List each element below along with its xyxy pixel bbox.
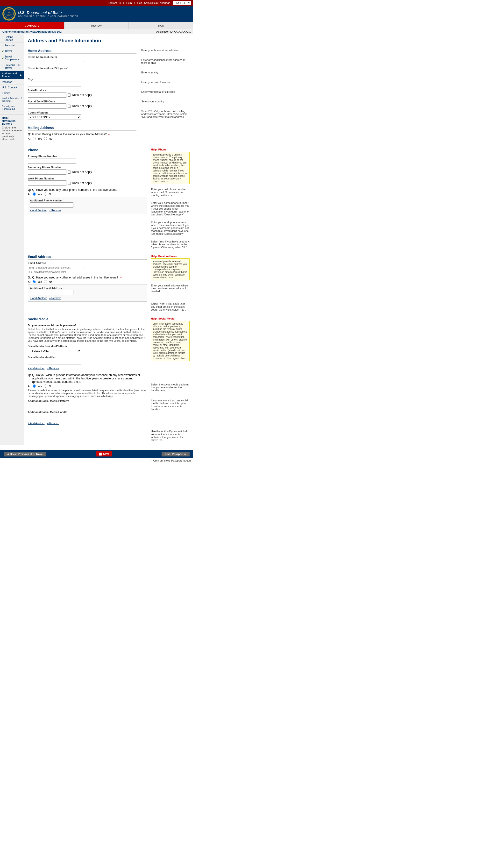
secondary-dna-label: Does Not Apply: [72, 170, 92, 174]
mailing-address-title: Mailing Address: [28, 126, 136, 131]
sidebar-item-travel[interactable]: ✓ Travel: [0, 48, 24, 54]
sidebar-item-address-phone[interactable]: Address and Phone ▶: [0, 71, 24, 79]
street2-label: Street Address (Line 2) *Optional: [28, 67, 136, 69]
additional-email-label: Additional Email Address: [30, 287, 145, 289]
svg-text:OF STATE: OF STATE: [7, 15, 11, 16]
exit-link[interactable]: Exit: [137, 1, 141, 4]
secondary-phone-input[interactable]: [28, 169, 66, 175]
street1-group: Street Address (Line 1) ←: [28, 56, 136, 64]
additional-email-subsection: Additional Email Address Add Another Rem…: [28, 284, 147, 302]
next-button[interactable]: Next: Passport ►: [162, 452, 190, 457]
remove-phone-btn[interactable]: Remove: [49, 209, 61, 212]
work-phone-group: Work Phone Number Does Not Apply ←: [28, 177, 147, 186]
sidebar-item-family[interactable]: Family: [0, 90, 24, 96]
add-another-email-btn[interactable]: Add Another: [30, 297, 46, 300]
add-another-phone-btn[interactable]: Add Another: [30, 209, 46, 212]
add-another-social-btn[interactable]: Add Another: [28, 367, 44, 370]
q-label: Q:: [28, 276, 31, 279]
other-email-question: Q: Have you used any other email address…: [32, 276, 118, 279]
primary-phone-input[interactable]: [28, 158, 76, 163]
mailing-question-row: Q: Is your Mailing Address the same as y…: [28, 132, 136, 140]
other-email-no-radio[interactable]: [44, 280, 47, 283]
step-complete[interactable]: COMPLETE: [0, 22, 64, 29]
mailing-yes-radio[interactable]: [33, 137, 36, 140]
additional-phone-input[interactable]: [30, 203, 73, 208]
sidebar-item-passport[interactable]: Passport: [0, 79, 24, 85]
additional-platform-input[interactable]: [28, 403, 81, 408]
a-label: A:: [28, 385, 31, 388]
social-help-text: Enter information associated with your o…: [151, 321, 190, 361]
additional-handle-input[interactable]: [28, 414, 81, 419]
remove-social-btn[interactable]: Remove: [47, 367, 59, 370]
mailing-answer-row: A: Yes No: [28, 137, 136, 140]
secondary-dna-checkbox[interactable]: [68, 170, 71, 174]
back-button[interactable]: ◄ Back: Previous U.S. Travel: [4, 452, 46, 457]
sidebar-item-personal[interactable]: ✓ Personal: [0, 43, 24, 48]
annot-work-phone: Enter your work phone number where the c…: [151, 221, 190, 235]
other-social-no-radio[interactable]: [44, 384, 47, 388]
additional-email-input[interactable]: [30, 290, 73, 296]
postal-input[interactable]: [28, 103, 66, 109]
help-box: Help: Navigation Buttons Click on the bu…: [0, 114, 24, 143]
step-review[interactable]: REVIEW: [64, 22, 129, 29]
other-phone-no-radio[interactable]: [44, 192, 47, 196]
social-provider-select[interactable]: - SELECT ONE -: [28, 348, 81, 353]
check-icon: ✓: [2, 65, 4, 68]
annot-other-email: Select "Yes" if you have used any other …: [151, 302, 190, 311]
other-phone-yes-radio[interactable]: [33, 192, 36, 196]
arrow-indicator: ←: [120, 276, 123, 279]
contact-link[interactable]: Contact Us: [108, 1, 121, 4]
sidebar-item-previous-us-travel[interactable]: ✓ Previous U.S. Travel: [0, 62, 24, 71]
sidebar-item-us-contact[interactable]: U.S. Contact: [0, 85, 24, 90]
remove-social2-btn[interactable]: Remove: [47, 422, 59, 425]
street1-input[interactable]: [28, 59, 81, 64]
postal-dna-checkbox[interactable]: [68, 104, 71, 108]
language-select[interactable]: ENGLISH: [173, 1, 191, 5]
sidebar-item-security[interactable]: Security and Background: [0, 104, 24, 112]
social-media-form: Social Media Do you have a social media …: [28, 317, 147, 441]
a-label: A:: [28, 137, 31, 140]
arrow-indicator: ←: [82, 71, 85, 74]
state-dna-checkbox[interactable]: [68, 93, 71, 97]
arrow-indicator: ←: [149, 459, 152, 462]
mailing-no-radio[interactable]: [44, 137, 47, 140]
city-input[interactable]: [28, 81, 81, 87]
save-button[interactable]: Save: [96, 452, 112, 457]
sidebar-item-getting-started[interactable]: ✓ Getting Started: [0, 34, 24, 43]
other-email-yes-radio[interactable]: [33, 280, 36, 283]
sidebar-item-work-education[interactable]: Work / Education / Training: [0, 96, 24, 104]
address-annotations: Enter your home street address Enter any…: [136, 49, 190, 142]
additional-phone-subsection: Additional Phone Number Add Another Remo…: [28, 197, 147, 214]
social-identifier-input[interactable]: [28, 359, 81, 365]
add-another-social2-btn[interactable]: Add Another: [28, 422, 44, 425]
street1-label: Street Address (Line 1): [28, 56, 136, 58]
other-email-no-label: No: [49, 280, 53, 283]
additional-platform-label: Additional Social Media Platform: [28, 400, 147, 402]
work-dna-checkbox[interactable]: [68, 182, 71, 185]
country-select[interactable]: - SELECT ONE -: [28, 115, 81, 120]
a-label: A:: [28, 193, 31, 196]
other-email-answer-row: A: Yes No: [28, 280, 147, 283]
department-name: U.S. Department of State: [18, 11, 78, 15]
other-social-yes-radio[interactable]: [33, 384, 36, 388]
email-input[interactable]: [28, 265, 81, 270]
other-social-yes-label: Yes: [38, 385, 42, 388]
check-icon: ✓: [2, 37, 4, 40]
work-phone-input[interactable]: [28, 180, 66, 186]
sidebar-item-travel-companions[interactable]: ✓ Travel Companions: [0, 54, 24, 62]
other-phone-yes-label: Yes: [38, 193, 42, 196]
phone-section: Phone Primary Phone Number ← Secondary P…: [28, 148, 190, 249]
help-link[interactable]: Help: [126, 1, 132, 4]
step-sign[interactable]: SIGN: [129, 22, 193, 29]
work-dna-label: Does Not Apply: [72, 181, 92, 185]
other-social-no-label: No: [49, 385, 53, 388]
street2-input[interactable]: [28, 70, 81, 75]
add-remove-social-row: Add Another Remove: [28, 367, 147, 370]
q-label: Q:: [28, 373, 31, 377]
state-input[interactable]: [28, 92, 66, 98]
social-media-title: Social Media: [28, 317, 147, 322]
sidebar: ✓ Getting Started ✓ Personal ✓ Travel ✓ …: [0, 34, 24, 445]
postal-dna-label: Does Not Apply: [72, 104, 92, 108]
remove-email-btn[interactable]: Remove: [49, 297, 61, 300]
arrow-indicator: ←: [77, 159, 80, 162]
